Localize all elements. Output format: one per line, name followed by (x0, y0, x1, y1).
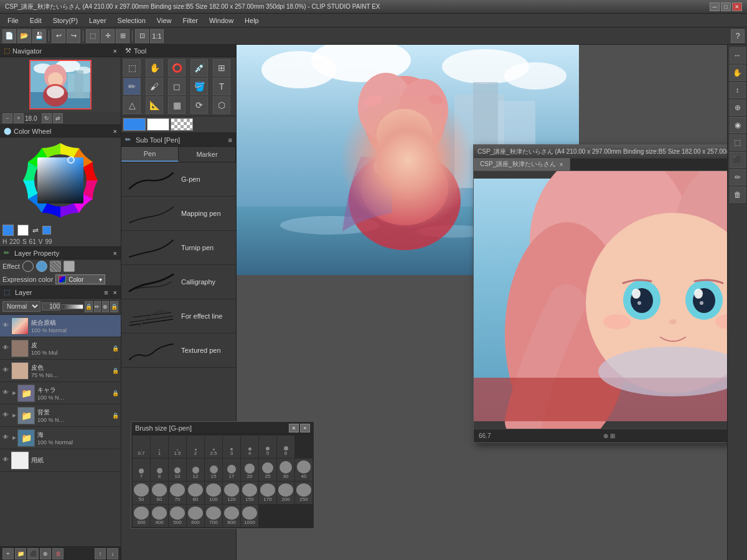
brush-size-cell[interactable]: 0.7 (133, 436, 150, 458)
brush-size-cell[interactable]: 70 (169, 482, 186, 504)
brush-size-cell[interactable]: 700 (205, 505, 222, 527)
brush-size-cell[interactable]: 20 (241, 459, 258, 481)
checker-swatch[interactable] (171, 118, 193, 131)
tool-ruler[interactable]: 📐 (146, 96, 163, 114)
brush-size-cell[interactable]: 80 (187, 482, 204, 504)
right-tool-9[interactable]: 🗑 (730, 187, 746, 203)
tool-eyedrop[interactable]: 💉 (190, 59, 208, 77)
save-button[interactable]: 💾 (32, 29, 46, 43)
tool-brush[interactable]: 🖌 (146, 78, 163, 95)
tab-marker[interactable]: Marker (179, 147, 236, 162)
foreground-swatch[interactable] (2, 225, 14, 236)
brush-size-options[interactable]: ≡ (289, 424, 299, 432)
delete-layer-button[interactable]: 🗑 (52, 548, 63, 559)
menu-story[interactable]: Story(P) (48, 16, 83, 26)
tool-lasso[interactable]: ⭕ (168, 59, 186, 77)
layer-item[interactable]: 👁 ▶ 📁 背景 100 % N… 🔒 (0, 404, 121, 427)
copy-layer-button[interactable]: ⊕ (40, 548, 51, 559)
brush-size-cell[interactable]: 170 (259, 482, 276, 504)
menu-view[interactable]: View (152, 16, 177, 26)
layer-item[interactable]: 👁 用紙 (0, 449, 121, 472)
new-folder-button[interactable]: 📁 (15, 548, 26, 559)
right-tool-3[interactable]: ↕ (730, 82, 746, 98)
menu-help[interactable]: Help (240, 16, 264, 26)
navigator-thumbnail[interactable] (29, 60, 92, 110)
transparent-btn[interactable] (42, 226, 51, 235)
nav-zoom-in[interactable]: + (14, 113, 24, 123)
brush-size-cell[interactable]: 8 (151, 459, 168, 481)
menu-filter[interactable]: Filter (178, 16, 203, 26)
nav-rotate[interactable]: ↻ (42, 113, 52, 123)
layer-panel-options[interactable]: ≡ (104, 289, 108, 296)
brush-size-cell[interactable]: 400 (151, 505, 168, 527)
brush-size-cell[interactable]: 17 (223, 459, 240, 481)
brush-size-cell[interactable]: 4 (241, 436, 258, 458)
opacity-bar[interactable] (62, 304, 83, 309)
lock-draw-btn[interactable]: ✏ (94, 301, 101, 312)
minimize-button[interactable]: ─ (710, 2, 720, 11)
opacity-input[interactable] (42, 302, 60, 310)
secondary-tab-close[interactable]: × (560, 161, 563, 168)
brush-size-cell[interactable]: 100 (205, 482, 222, 504)
brush-size-cell[interactable]: 200 (277, 482, 294, 504)
brush-size-cell[interactable]: 7 (133, 459, 150, 481)
layer-item[interactable]: 👁 ▶ 📁 海 100 % Normal (0, 427, 121, 449)
select-tool-button[interactable]: ⬚ (86, 29, 100, 43)
tool-text[interactable]: T (213, 78, 230, 95)
brush-size-cell[interactable]: 6 (277, 436, 294, 458)
brush-size-cell[interactable]: 1000 (241, 505, 258, 527)
move-tool-button[interactable]: ✛ (101, 29, 115, 43)
pen-item-turnip[interactable]: Turnip pen (121, 231, 236, 265)
color-wheel-svg[interactable] (20, 140, 101, 221)
nav-zoom-out[interactable]: − (2, 113, 12, 123)
secondary-tab[interactable]: CSP_講座_秋津たいらさん × (474, 158, 570, 170)
brush-size-cell[interactable]: 40 (295, 459, 312, 481)
subtool-options[interactable]: ≡ (228, 136, 232, 144)
effect-btn-texture[interactable] (50, 261, 61, 272)
right-tool-8[interactable]: ✏ (730, 169, 746, 185)
right-tool-4[interactable]: ⊕ (730, 100, 746, 116)
menu-file[interactable]: File (2, 16, 24, 26)
right-tool-6[interactable]: ⬚ (730, 134, 746, 151)
layer-item[interactable]: 👁 ▶ 📁 キャラ 100 % N… 🔒 (0, 382, 121, 404)
pen-item-gpen[interactable]: G-pen (121, 162, 236, 197)
brush-size-cell[interactable]: 2 (187, 436, 204, 458)
layer-item[interactable]: 👁 統合原稿 100 % Normal (0, 315, 121, 337)
nav-flip[interactable]: ⇌ (53, 113, 63, 123)
lock-transparent-btn[interactable]: 🔒 (85, 301, 93, 312)
brush-size-cell[interactable]: 120 (223, 482, 240, 504)
menu-edit[interactable]: Edit (25, 16, 47, 26)
tool-gradient[interactable]: ▦ (168, 96, 186, 114)
tab-pen[interactable]: Pen (121, 147, 179, 162)
menu-window[interactable]: Window (204, 16, 238, 26)
new-layer-button[interactable]: + (2, 548, 14, 559)
brush-size-cell[interactable]: 50 (133, 482, 150, 504)
brush-size-close[interactable]: × (300, 424, 310, 432)
brush-size-cell[interactable]: 800 (223, 505, 240, 527)
right-tool-1[interactable]: ↔ (730, 47, 746, 63)
maximize-button[interactable]: □ (721, 2, 731, 11)
background-color[interactable] (147, 118, 169, 131)
redo-button[interactable]: ↪ (67, 29, 80, 43)
menu-selection[interactable]: Selection (113, 16, 151, 26)
group-collapse-icon[interactable]: ▶ (12, 390, 16, 396)
background-swatch[interactable] (17, 225, 29, 236)
new-file-button[interactable]: 📄 (2, 29, 16, 43)
move-layer-up[interactable]: ↑ (95, 548, 106, 559)
brush-size-cell[interactable]: 150 (241, 482, 258, 504)
menu-layer[interactable]: Layer (84, 16, 111, 26)
pen-item-effect[interactable]: For effect line (121, 299, 236, 334)
tool-3d[interactable]: ⬡ (213, 96, 230, 114)
layer-visibility-toggle[interactable]: 👁 (1, 366, 10, 375)
zoom-100-button[interactable]: 1:1 (150, 29, 164, 43)
brush-size-cell[interactable]: 5 (259, 436, 276, 458)
blend-mode-select[interactable]: Normal Multiply Screen Overlay (2, 301, 40, 312)
brush-size-cell[interactable]: 25 (259, 459, 276, 481)
lock-all-btn[interactable]: 🔒 (110, 301, 118, 312)
right-tool-7[interactable]: ⬛ (730, 152, 746, 168)
color-dropdown[interactable]: Color ▾ (55, 274, 105, 284)
brush-size-cell[interactable]: 30 (277, 459, 294, 481)
group-collapse-icon[interactable]: ▶ (12, 413, 16, 418)
new-fill-button[interactable]: ⬛ (27, 548, 39, 559)
brush-size-cell[interactable]: 600 (187, 505, 204, 527)
